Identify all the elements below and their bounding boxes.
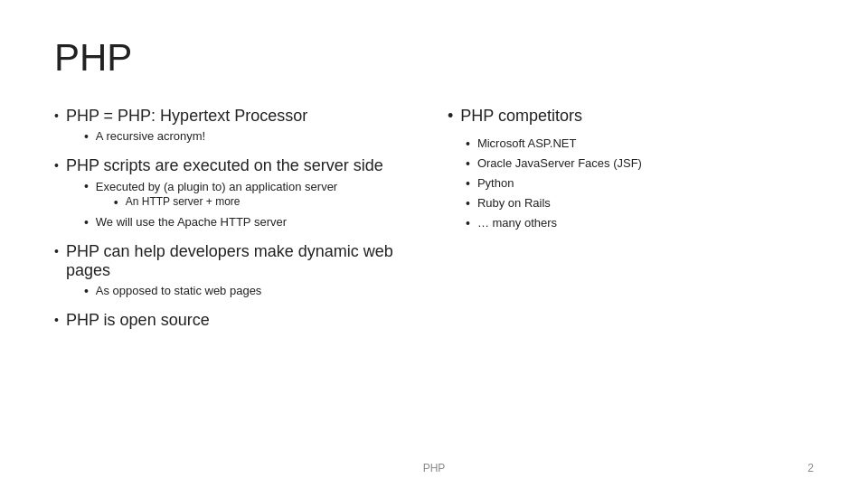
competitor-others: • … many others	[466, 216, 814, 230]
competitor-dot-4: •	[466, 196, 470, 211]
bullet-php-definition: • PHP = PHP: Hypertext Processor • A rec…	[54, 107, 420, 147]
competitor-aspnet-text: Microsoft ASP.NET	[477, 136, 577, 150]
sub-bullet-static-text: As opposed to static web pages	[96, 284, 262, 297]
bullet-dot-1: •	[54, 108, 59, 123]
competitor-dot-3: •	[466, 176, 470, 191]
sub-sub-bullet-http: • An HTTP server + more	[114, 195, 337, 210]
sub-bullet-dot-3a: •	[84, 284, 89, 298]
right-column: • PHP competitors • Microsoft ASP.NET • …	[448, 107, 814, 339]
bullet-dot-2: •	[54, 158, 59, 173]
competitor-python-text: Python	[477, 176, 514, 190]
bullet-dot-4: •	[54, 313, 59, 327]
sub-sub-bullet-dot: •	[114, 195, 118, 210]
competitor-others-text: … many others	[477, 216, 557, 230]
bullet-open-source: • PHP is open source	[54, 311, 420, 330]
competitor-dot-2: •	[466, 156, 470, 171]
competitor-dot-5: •	[466, 216, 470, 230]
competitor-jsf: • Oracle JavaServer Faces (JSF)	[466, 156, 814, 171]
competitors-title-container: • PHP competitors	[448, 107, 814, 126]
slide: PHP • PHP = PHP: Hypertext Processor • A…	[0, 0, 868, 488]
bullet-server-side: • PHP scripts are executed on the server…	[54, 156, 420, 233]
competitor-ruby-text: Ruby on Rails	[477, 196, 551, 210]
sub-bullet-dot-2b: •	[84, 215, 89, 230]
competitors-list: • Microsoft ASP.NET • Oracle JavaServer …	[466, 136, 814, 230]
competitors-title-text: PHP competitors	[460, 107, 582, 126]
sub-bullet-plugin-text: Executed by (a plugin to) an application…	[96, 180, 337, 193]
left-column: • PHP = PHP: Hypertext Processor • A rec…	[54, 107, 420, 339]
footer-page: 2	[807, 462, 814, 474]
sub-bullet-apache-text: We will use the Apache HTTP server	[96, 215, 287, 229]
bullet-php-definition-text: PHP = PHP: Hypertext Processor	[66, 107, 307, 125]
footer-label: PHP	[423, 462, 446, 474]
sub-bullet-plugin: • Executed by (a plugin to) an applicati…	[84, 179, 383, 211]
content-area: • PHP = PHP: Hypertext Processor • A rec…	[54, 107, 814, 339]
competitors-bullet-dot: •	[448, 107, 453, 126]
competitor-jsf-text: Oracle JavaServer Faces (JSF)	[477, 156, 642, 170]
bullet-dynamic-text: PHP can help developers make dynamic web…	[66, 242, 393, 279]
sub-bullet-apache: • We will use the Apache HTTP server	[84, 215, 383, 230]
bullet-dynamic: • PHP can help developers make dynamic w…	[54, 242, 420, 302]
competitor-aspnet: • Microsoft ASP.NET	[466, 136, 814, 151]
sub-bullet-dot-2a: •	[84, 179, 89, 193]
sub-bullet-recursive: • A recursive acronym!	[84, 129, 307, 144]
sub-sub-bullet-http-text: An HTTP server + more	[126, 195, 241, 208]
bullet-server-side-text: PHP scripts are executed on the server s…	[66, 156, 383, 174]
bullet-open-source-text: PHP is open source	[66, 311, 210, 330]
sub-bullet-recursive-text: A recursive acronym!	[96, 129, 205, 143]
competitor-ruby: • Ruby on Rails	[466, 196, 814, 211]
competitor-dot-1: •	[466, 136, 470, 151]
slide-title: PHP	[54, 36, 814, 80]
sub-bullet-dot-1: •	[84, 129, 89, 144]
sub-bullet-static: • As opposed to static web pages	[84, 284, 420, 298]
competitor-python: • Python	[466, 176, 814, 191]
bullet-dot-3: •	[54, 244, 59, 258]
footer: PHP	[0, 462, 868, 474]
